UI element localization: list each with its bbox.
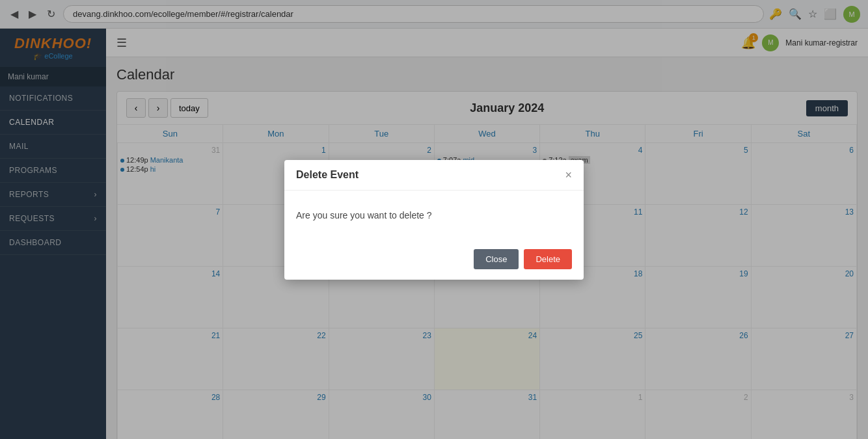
modal-overlay: Delete Event × Are you sure you want to … (0, 0, 868, 439)
modal-close-button[interactable]: Close (474, 249, 519, 269)
modal-delete-button[interactable]: Delete (524, 249, 572, 269)
modal-title: Delete Event (296, 169, 359, 181)
modal-footer: Close Delete (284, 243, 584, 280)
modal-message: Are you sure you want to delete ? (296, 210, 432, 220)
delete-event-modal: Delete Event × Are you sure you want to … (284, 160, 584, 280)
modal-body: Are you sure you want to delete ? (284, 191, 584, 243)
modal-close-icon-button[interactable]: × (565, 169, 572, 181)
modal-header: Delete Event × (284, 160, 584, 191)
